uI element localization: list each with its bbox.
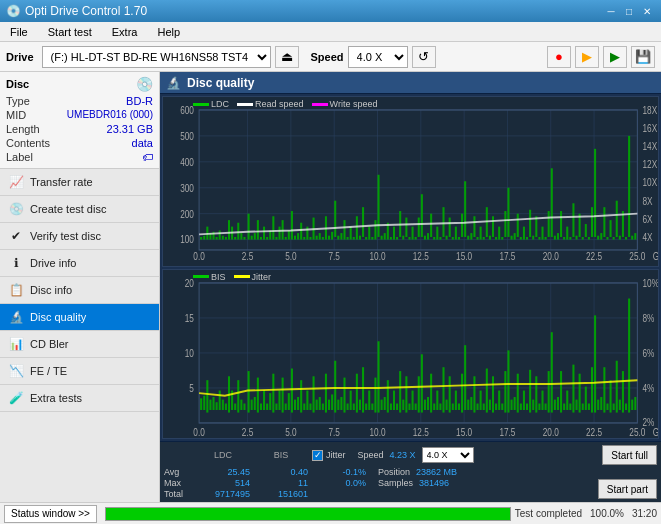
start-full-button[interactable]: Start full	[602, 445, 657, 465]
svg-rect-328	[532, 399, 534, 409]
avg-jitter: -0.1%	[312, 467, 366, 477]
svg-rect-320	[507, 350, 509, 412]
svg-rect-92	[353, 237, 355, 240]
position-label: Position	[378, 467, 410, 477]
svg-rect-113	[418, 218, 420, 237]
svg-rect-81	[319, 233, 321, 239]
sidebar-item-label: FE / TE	[30, 365, 67, 377]
speed-label: Speed	[311, 51, 344, 63]
svg-rect-166	[582, 237, 584, 240]
sidebar-item-extra-tests[interactable]: 🧪 Extra tests	[0, 385, 159, 412]
toolbar-btn-1[interactable]: ●	[547, 46, 571, 68]
svg-rect-177	[616, 201, 618, 237]
svg-rect-80	[316, 236, 318, 240]
disc-length-label: Length	[6, 123, 40, 135]
status-window-button[interactable]: Status window >>	[4, 505, 97, 523]
svg-rect-271	[356, 373, 358, 412]
stats-max-row: Max 514 11 0.0% Samples 381496	[164, 478, 594, 488]
sidebar-item-verify-test-disc[interactable]: ✔ Verify test disc	[0, 223, 159, 250]
svg-text:10.0: 10.0	[369, 427, 385, 438]
read-speed-legend-label: Read speed	[255, 99, 304, 109]
sidebar-item-label: Drive info	[30, 257, 76, 269]
disc-length-value: 23.31 GB	[107, 123, 153, 135]
svg-rect-232	[234, 403, 236, 409]
svg-rect-76	[303, 237, 305, 240]
svg-rect-182	[631, 236, 633, 240]
menu-help[interactable]: Help	[151, 24, 186, 40]
svg-rect-155	[548, 211, 550, 237]
refresh-button[interactable]: ↺	[412, 46, 436, 68]
sidebar-item-disc-info[interactable]: 📋 Disc info	[0, 277, 159, 304]
svg-rect-342	[576, 399, 578, 409]
svg-rect-309	[473, 376, 475, 412]
svg-rect-101	[381, 236, 383, 240]
sidebar-item-cd-bler[interactable]: 📊 CD Bler	[0, 331, 159, 358]
drive-selector[interactable]: (F:) HL-DT-ST BD-RE WH16NS58 TST4	[42, 46, 271, 68]
write-speed-legend-label: Write speed	[330, 99, 378, 109]
svg-rect-142	[507, 188, 509, 237]
svg-rect-48	[216, 237, 218, 240]
chart1-legend: LDC Read speed Write speed	[193, 99, 377, 109]
toolbar-btn-2[interactable]: ▶	[575, 46, 599, 68]
save-button[interactable]: 💾	[631, 46, 655, 68]
svg-rect-263	[331, 394, 333, 410]
svg-rect-244	[272, 373, 274, 412]
drive-label: Drive	[6, 51, 34, 63]
drive-toolbar: Drive (F:) HL-DT-ST BD-RE WH16NS58 TST4 …	[0, 42, 661, 72]
svg-rect-120	[439, 237, 441, 240]
toolbar-btn-3[interactable]: ▶	[603, 46, 627, 68]
minimize-button[interactable]: ─	[603, 3, 619, 19]
svg-rect-260	[322, 403, 324, 409]
svg-rect-64	[266, 237, 268, 240]
svg-rect-128	[464, 181, 466, 237]
max-label: Max	[164, 478, 192, 488]
jitter-checkbox[interactable]: ✓	[312, 450, 323, 461]
svg-rect-297	[436, 390, 438, 409]
chart-ldc: LDC Read speed Write speed	[162, 96, 659, 267]
svg-rect-295	[430, 373, 432, 412]
svg-text:22.5: 22.5	[586, 427, 602, 438]
svg-rect-49	[219, 231, 221, 240]
svg-rect-304	[458, 403, 460, 409]
svg-rect-242	[266, 403, 268, 409]
svg-rect-148	[526, 237, 528, 240]
sidebar-item-fe-te[interactable]: 📉 FE / TE	[0, 358, 159, 385]
close-button[interactable]: ✕	[639, 3, 655, 19]
sidebar-item-disc-quality[interactable]: 🔬 Disc quality	[0, 304, 159, 331]
maximize-button[interactable]: □	[621, 3, 637, 19]
speed-stat-selector[interactable]: 4.0 X	[422, 447, 474, 463]
eject-button[interactable]: ⏏	[275, 46, 299, 68]
content-header-icon: 🔬	[166, 76, 181, 90]
speed-stat-label: Speed	[358, 450, 384, 460]
menu-extra[interactable]: Extra	[106, 24, 144, 40]
svg-rect-310	[477, 403, 479, 409]
svg-rect-169	[591, 207, 593, 237]
sidebar-item-create-test-disc[interactable]: 💿 Create test disc	[0, 196, 159, 223]
svg-rect-344	[582, 403, 584, 409]
svg-rect-91	[350, 227, 352, 240]
svg-rect-159	[560, 211, 562, 237]
disc-info-icon: 📋	[8, 282, 24, 298]
start-part-button[interactable]: Start part	[598, 479, 657, 499]
avg-label: Avg	[164, 467, 192, 477]
svg-rect-84	[328, 236, 330, 240]
menu-file[interactable]: File	[4, 24, 34, 40]
menu-start-test[interactable]: Start test	[42, 24, 98, 40]
svg-rect-144	[514, 233, 516, 239]
svg-rect-282	[390, 403, 392, 409]
main-area: Disc 💿 Type BD-R MID UMEBDR016 (000) Len…	[0, 72, 661, 502]
status-text: Test completed	[515, 508, 582, 519]
speed-selector[interactable]: 4.0 X	[348, 46, 408, 68]
status-time: 31:20	[632, 508, 657, 519]
svg-rect-125	[455, 227, 457, 240]
sidebar-item-drive-info[interactable]: ℹ Drive info	[0, 250, 159, 277]
svg-rect-354	[613, 403, 615, 409]
svg-rect-272	[359, 399, 361, 409]
svg-text:500: 500	[180, 131, 194, 142]
sidebar-item-transfer-rate[interactable]: 📈 Transfer rate	[0, 169, 159, 196]
svg-rect-72	[291, 211, 293, 240]
svg-rect-241	[263, 390, 265, 409]
svg-text:2.5: 2.5	[242, 427, 253, 438]
speed-stat-value: 4.23 X	[390, 450, 416, 460]
disc-mid-value: UMEBDR016 (000)	[67, 109, 153, 121]
